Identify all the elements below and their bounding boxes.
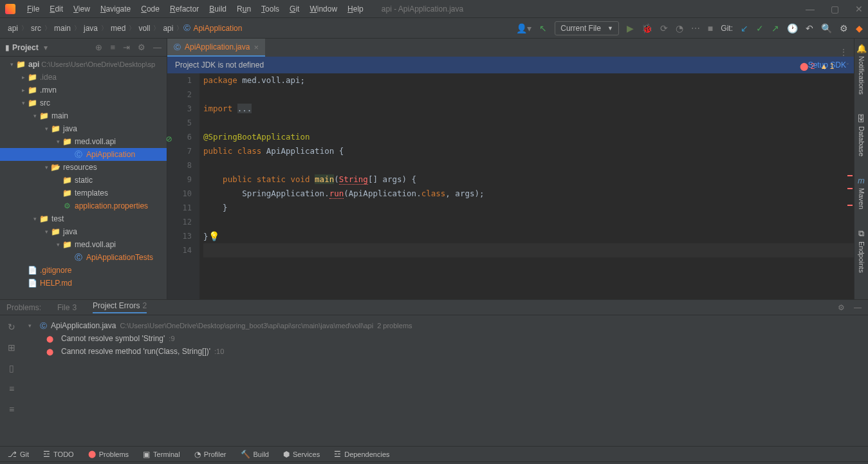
problems-settings-icon[interactable]: ⚙	[838, 303, 845, 312]
crumb-api[interactable]: api	[5, 23, 21, 34]
window-title: api - ApiApplication.java	[382, 5, 463, 14]
problems-expand-icon[interactable]: ≡	[9, 384, 14, 394]
tree-java[interactable]: ▾📁java	[0, 122, 167, 135]
maximize-icon[interactable]: ▢	[831, 4, 839, 14]
warning-indicator-icon[interactable]: ▲ 1	[820, 62, 834, 71]
problems-group-icon[interactable]: ▯	[9, 363, 14, 373]
git-update-icon[interactable]: ↙	[741, 23, 748, 33]
tree-test[interactable]: ▾📁test	[0, 212, 167, 225]
editor-tab[interactable]: Ⓒ ApiApplication.java ×	[167, 39, 265, 57]
next-highlight-icon[interactable]: ˇ	[847, 63, 849, 70]
tool-problems[interactable]: ⬤Problems	[88, 450, 129, 458]
notifications-tool[interactable]: 🔔Notifications	[856, 44, 867, 95]
menu-view[interactable]: View	[68, 2, 95, 16]
tool-profiler[interactable]: ◔Profiler	[194, 450, 226, 459]
problems-collapse-icon[interactable]: ≡	[9, 404, 14, 414]
tree-appprops[interactable]: ⚙application.properties	[0, 200, 167, 212]
problems-file-row[interactable]: ▾ Ⓒ ApiApplication.java C:\Users\User\On…	[28, 319, 863, 332]
project-view-dropdown[interactable]: ▾	[44, 43, 48, 52]
settings-icon[interactable]: ⚙	[138, 42, 145, 52]
tree-help[interactable]: 📄HELP.md	[0, 277, 167, 290]
tool-dependencies[interactable]: ☲Dependencies	[334, 450, 389, 459]
git-rollback-icon[interactable]: ↶	[806, 23, 813, 33]
code-editor[interactable]: package med.voll.api; import ... @Spring…	[199, 73, 854, 299]
tree-testcls[interactable]: ⒸApiApplicationTests	[0, 251, 167, 264]
crumb-src[interactable]: src	[28, 23, 44, 34]
tree-main[interactable]: ▾📁main	[0, 109, 167, 122]
git-push-icon[interactable]: ↗	[771, 23, 779, 33]
menu-navigate[interactable]: Navigate	[95, 2, 136, 16]
crumb-voll[interactable]: voll	[136, 23, 152, 34]
tree-mvn[interactable]: ▸📁.mvn	[0, 84, 167, 97]
git-commit-icon[interactable]: ✓	[756, 23, 764, 33]
tool-build[interactable]: 🔨Build	[241, 450, 269, 459]
crumb-class[interactable]: ApiApplication	[190, 23, 245, 34]
tab-close-icon[interactable]: ×	[254, 42, 259, 52]
tree-resources[interactable]: ▾📂resources	[0, 161, 167, 174]
menu-window[interactable]: Window	[304, 2, 342, 16]
error-indicator-icon[interactable]: ⬤ 2	[800, 62, 815, 71]
ide-brand-icon[interactable]: ◆	[856, 23, 863, 33]
debug-icon[interactable]: 🐞	[642, 23, 652, 33]
menu-refactor[interactable]: Refactor	[165, 2, 204, 16]
menu-help[interactable]: Help	[342, 2, 369, 16]
gutter[interactable]: 1 2 3 5 6⊘ 7 8 9 10 11 12 13 14	[167, 73, 199, 299]
search-icon[interactable]: 🔍	[821, 23, 832, 33]
crumb-med[interactable]: med	[108, 23, 128, 34]
menu-run[interactable]: Run	[232, 2, 256, 16]
database-tool[interactable]: 🗄Database	[857, 114, 865, 156]
tree-static[interactable]: 📁static	[0, 174, 167, 187]
menu-edit[interactable]: Edit	[44, 2, 68, 16]
tab-options-icon[interactable]: ⋮	[840, 48, 854, 57]
tree-testjava[interactable]: ▾📁java	[0, 225, 167, 238]
tree-idea[interactable]: ▸📁.idea	[0, 71, 167, 84]
run-config-dropdown[interactable]: Current File▼	[555, 21, 619, 35]
hammer-icon[interactable]: ↖	[539, 23, 547, 33]
coverage-icon[interactable]: ⟳	[660, 23, 668, 33]
tree-testpkg[interactable]: ▾📁med.voll.api	[0, 238, 167, 251]
endpoints-tool[interactable]: ⧉Endpoints	[858, 228, 865, 273]
menu-tools[interactable]: Tools	[256, 2, 284, 16]
project-panel-label[interactable]: Project	[12, 43, 39, 52]
crumb-java[interactable]: java	[81, 23, 100, 34]
tool-services[interactable]: ⬢Services	[283, 450, 320, 459]
hide-icon[interactable]: —	[153, 42, 162, 52]
tool-git[interactable]: ⎇Git	[8, 450, 29, 459]
minimize-icon[interactable]: —	[806, 4, 815, 14]
more-icon[interactable]: ⋯	[691, 23, 700, 33]
problems-tab-file[interactable]: File3	[57, 303, 77, 312]
run-icon[interactable]: ▶	[627, 23, 634, 33]
tree-class[interactable]: ⒸApiApplication	[0, 148, 167, 161]
tree-templates[interactable]: 📁templates	[0, 187, 167, 200]
problems-refresh-icon[interactable]: ↻	[8, 322, 15, 332]
expand-icon[interactable]: ≡	[110, 42, 115, 52]
tree-src[interactable]: ▾📁src	[0, 97, 167, 109]
problems-view-icon[interactable]: ⊞	[8, 342, 15, 353]
prev-highlight-icon[interactable]: ˆ	[839, 63, 841, 70]
git-history-icon[interactable]: 🕐	[787, 23, 798, 33]
menu-git[interactable]: Git	[284, 2, 304, 16]
problems-tab-project[interactable]: Project Errors2	[93, 301, 147, 313]
problems-error-2[interactable]: ⬤Cannot resolve method 'run(Class, Strin…	[46, 345, 863, 358]
stop-icon[interactable]: ■	[708, 23, 713, 33]
tree-root[interactable]: ▾📁apiC:\Users\User\OneDrive\Desktop\sp	[0, 58, 167, 71]
locate-icon[interactable]: ⊕	[95, 42, 102, 52]
tool-todo[interactable]: ☲TODO	[43, 450, 74, 459]
tool-terminal[interactable]: ▣Terminal	[143, 450, 180, 459]
project-sidebar: ▮ Project ▾ ⊕ ≡ ⇥ ⚙ — ▾📁apiC:\Users\User…	[0, 39, 167, 299]
problems-error-1[interactable]: ⬤Cannot resolve symbol 'String':9	[46, 332, 863, 345]
settings-icon[interactable]: ⚙	[840, 23, 848, 33]
close-icon[interactable]: ✕	[855, 4, 863, 14]
menu-file[interactable]: File	[22, 2, 44, 16]
tree-gitignore[interactable]: 📄.gitignore	[0, 264, 167, 277]
maven-tool[interactable]: mMaven	[858, 176, 865, 209]
menu-code[interactable]: Code	[136, 2, 165, 16]
menu-build[interactable]: Build	[204, 2, 232, 16]
problems-hide-icon[interactable]: —	[854, 303, 862, 312]
user-icon[interactable]: 👤▾	[516, 23, 531, 33]
tree-pkg[interactable]: ▾📁med.voll.api	[0, 135, 167, 148]
crumb-main[interactable]: main	[51, 23, 73, 34]
profile-icon[interactable]: ◔	[676, 23, 683, 33]
collapse-icon[interactable]: ⇥	[123, 42, 130, 52]
crumb-apipkg[interactable]: api	[160, 23, 176, 34]
